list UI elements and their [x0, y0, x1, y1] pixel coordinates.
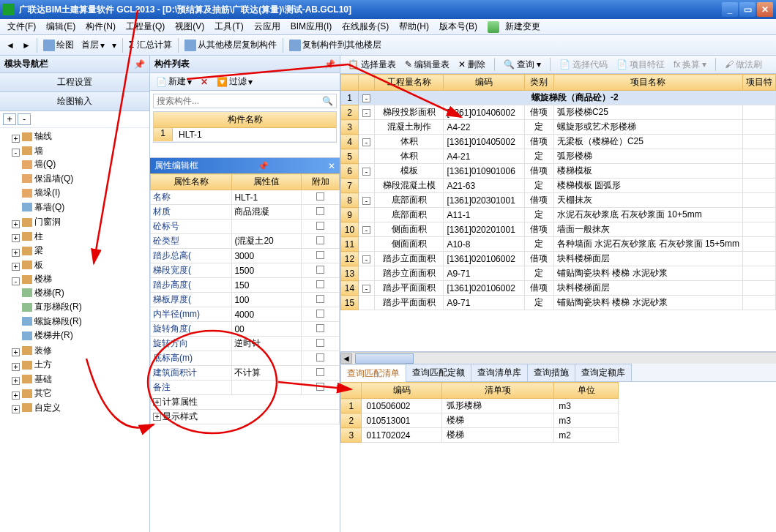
- menu-online[interactable]: 在线服务(S): [337, 19, 393, 34]
- edit-table-button[interactable]: ✎编辑量表: [402, 59, 452, 71]
- select-code-button[interactable]: 📄选择代码: [556, 59, 611, 71]
- pin-icon[interactable]: 📌: [134, 59, 145, 70]
- prop-extra-check[interactable]: [302, 381, 340, 395]
- tab-match-list[interactable]: 查询匹配清单: [340, 364, 406, 382]
- property-row[interactable]: 梯段宽度(1500: [151, 263, 340, 278]
- pin-icon[interactable]: 📌: [324, 59, 335, 70]
- toolbar-sum[interactable]: Σ 汇总计算: [126, 37, 175, 53]
- search-icon[interactable]: 🔍: [322, 96, 333, 106]
- tree-slab[interactable]: 板: [22, 259, 43, 271]
- tree-toggle[interactable]: +: [12, 263, 20, 271]
- tree-toggle[interactable]: +: [12, 348, 20, 356]
- new-button[interactable]: 📄新建 ▾: [153, 75, 195, 88]
- prop-extra-check[interactable]: [302, 249, 340, 263]
- quantity-row[interactable]: 6-模板[1361]010901006借项楼梯模板: [341, 164, 776, 179]
- quantity-row[interactable]: 8-底部面积[1361]020301001借项天棚抹灰: [341, 193, 776, 208]
- property-row[interactable]: 踏步总高(3000: [151, 249, 340, 263]
- quantity-row[interactable]: 12-踏步立面面积[1361]020106002借项块料楼梯面层: [341, 252, 776, 266]
- quantity-row[interactable]: 7梯段混凝土模A21-63定楼梯模板 圆弧形: [341, 179, 776, 193]
- tab-match-quota[interactable]: 查询匹配定额: [406, 364, 471, 381]
- toolbar-copy-from[interactable]: 从其他楼层复制构件: [182, 37, 280, 53]
- prop-extra-check[interactable]: [302, 307, 340, 322]
- quantity-row[interactable]: 15踏步平面面积A9-71定铺贴陶瓷块料 楼梯 水泥砂浆: [341, 296, 776, 310]
- prop-value[interactable]: [232, 220, 302, 234]
- row-toggle[interactable]: [359, 208, 375, 222]
- row-toggle[interactable]: -: [359, 252, 375, 266]
- toolbar-nav-next[interactable]: ►: [19, 39, 34, 52]
- prop-extra-check[interactable]: [302, 263, 340, 278]
- quantity-row[interactable]: 14-踏步平面面积[1361]020106002借项块料楼梯面层: [341, 281, 776, 296]
- tree-wall[interactable]: 墙: [22, 145, 43, 157]
- tree-pier[interactable]: 墙垛(I): [22, 187, 60, 199]
- toolbar-nav-prev[interactable]: ◄: [3, 39, 18, 52]
- tree-other[interactable]: 其它: [22, 387, 52, 400]
- row-toggle[interactable]: [359, 266, 375, 281]
- row-toggle[interactable]: -: [359, 135, 375, 149]
- toolbar-copy-to[interactable]: 复制构件到其他楼层: [286, 37, 384, 53]
- tree-toggle[interactable]: +: [12, 391, 20, 400]
- maximize-button[interactable]: ▭: [739, 2, 756, 17]
- prop-value[interactable]: 3000: [232, 249, 302, 263]
- prop-value[interactable]: 商品混凝: [232, 205, 302, 220]
- menu-help[interactable]: 帮助(H): [395, 19, 433, 34]
- tree-toggle[interactable]: -: [12, 277, 20, 285]
- acc-draw-input[interactable]: 绘图输入: [0, 92, 149, 111]
- prop-value[interactable]: 4000: [232, 307, 302, 322]
- tree-toggle[interactable]: +: [12, 135, 20, 143]
- property-row[interactable]: 内半径(mm)4000: [151, 307, 340, 322]
- quantity-row[interactable]: 3混凝土制作A4-22定螺旋形或艺术形楼梯: [341, 120, 776, 135]
- match-row[interactable]: 1010506002弧形楼梯m3: [341, 399, 619, 413]
- tree-toggle[interactable]: +: [12, 363, 20, 371]
- expand-all-button[interactable]: +: [3, 113, 16, 125]
- tree-foundation[interactable]: 基础: [22, 373, 52, 386]
- close-button[interactable]: ✕: [757, 2, 773, 17]
- prop-value[interactable]: 逆时针: [232, 337, 302, 351]
- row-toggle[interactable]: -: [359, 222, 375, 237]
- property-row[interactable]: 踏步高度(150: [151, 278, 340, 293]
- query-button[interactable]: 🔍查询 ▾: [501, 59, 544, 71]
- menu-version[interactable]: 版本号(B): [435, 19, 482, 34]
- quantity-row[interactable]: 5体积A4-21定弧形楼梯: [341, 149, 776, 164]
- search-box[interactable]: 🔍: [153, 94, 337, 108]
- prop-value[interactable]: [232, 381, 302, 395]
- tree-toggle[interactable]: +: [12, 234, 20, 242]
- prop-extra-check[interactable]: [302, 190, 340, 205]
- horizontal-scrollbar[interactable]: ◄: [340, 352, 776, 364]
- match-row[interactable]: 2010513001楼梯m3: [341, 413, 619, 428]
- tree-toggle[interactable]: +: [12, 220, 20, 228]
- component-name[interactable]: HLT-1: [173, 128, 336, 141]
- minimize-button[interactable]: _: [722, 2, 738, 17]
- scroll-thumb[interactable]: [355, 353, 414, 364]
- menu-tool[interactable]: 工具(T): [210, 19, 247, 34]
- quantity-row[interactable]: 2-梯段投影面积[1361]010406002借项弧形楼梯C25: [341, 105, 776, 120]
- menu-cloud[interactable]: 云应用: [250, 19, 285, 34]
- tree-straight[interactable]: 直形梯段(R): [22, 301, 82, 313]
- search-input[interactable]: [157, 96, 322, 106]
- quantity-row[interactable]: 13踏步立面面积A9-71定铺贴陶瓷块料 楼梯 水泥砂浆: [341, 266, 776, 281]
- prop-value[interactable]: 100: [232, 293, 302, 307]
- tree-opening[interactable]: 门窗洞: [22, 216, 61, 228]
- scroll-left-button[interactable]: ◄: [340, 353, 352, 364]
- menu-bim[interactable]: BIM应用(I): [286, 19, 337, 34]
- property-row[interactable]: 砼类型(混凝土20: [151, 234, 340, 249]
- acc-project-setting[interactable]: 工程设置: [0, 73, 149, 92]
- tab-measure[interactable]: 查询措施: [527, 364, 575, 381]
- pin-icon[interactable]: 📌: [258, 161, 269, 171]
- row-toggle[interactable]: -: [359, 91, 375, 105]
- expand-icon[interactable]: +: [153, 398, 161, 406]
- property-row[interactable]: 备注: [151, 381, 340, 395]
- row-toggle[interactable]: -: [359, 193, 375, 208]
- row-toggle[interactable]: [359, 120, 375, 135]
- project-feature-button[interactable]: 📄项目特征: [613, 59, 668, 71]
- close-icon[interactable]: ✕: [328, 161, 335, 171]
- quantity-row[interactable]: 4-体积[1361]010405002借项无梁板（楼梯砼）C25: [341, 135, 776, 149]
- row-toggle[interactable]: -: [359, 281, 375, 296]
- property-row[interactable]: 材质商品混凝: [151, 205, 340, 220]
- prop-value[interactable]: HLT-1: [232, 190, 302, 205]
- prop-value[interactable]: 00: [232, 322, 302, 337]
- tree-stair[interactable]: 楼梯: [22, 273, 52, 285]
- prop-value[interactable]: 1500: [232, 263, 302, 278]
- prop-extra-check[interactable]: [302, 293, 340, 307]
- prop-extra-check[interactable]: [302, 205, 340, 220]
- toolbar-layer[interactable]: 首层 ▾: [78, 37, 108, 53]
